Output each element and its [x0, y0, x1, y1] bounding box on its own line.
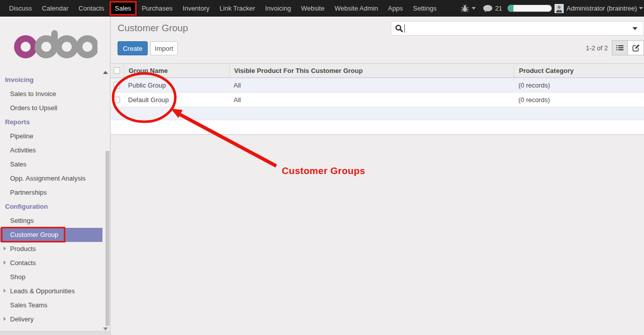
nav-item-invoicing[interactable]: Invoicing [260, 0, 296, 17]
sidebar-item-label: Pipeline [10, 132, 33, 140]
table-cell [514, 120, 644, 134]
table-cell: All [229, 78, 514, 92]
row-checkbox-cell [111, 78, 124, 92]
sidebar-item-label: Delivery [10, 315, 34, 323]
top-navbar: DiscussCalendarContactsSalesPurchasesInv… [0, 0, 644, 17]
col-header-visible-product[interactable]: Visible Product For This Customer Group [229, 64, 514, 77]
table-header-row: Group Name Visible Product For This Cust… [111, 63, 644, 78]
select-all-checkbox[interactable] [114, 67, 120, 74]
planner-progressbar[interactable] [507, 5, 552, 12]
debug-caret-icon[interactable] [472, 7, 476, 10]
create-button[interactable]: Create [118, 41, 148, 55]
sidebar-section-configuration: Configuration [0, 200, 102, 214]
search-icon[interactable] [395, 24, 403, 33]
sidebar-section-reports: Reports [0, 115, 102, 129]
nav-item-calendar[interactable]: Calendar [37, 0, 74, 17]
sidebar-item-label: Contacts [10, 259, 36, 267]
table-cell [124, 120, 229, 134]
col-header-group-name[interactable]: Group Name [124, 64, 229, 77]
sidebar-item-products[interactable]: Products [0, 242, 102, 256]
search-box[interactable] [391, 21, 644, 36]
sidebar-item-label: Customer Group [10, 231, 58, 238]
search-dropdown-caret-icon[interactable] [632, 27, 637, 30]
top-nav-items: DiscussCalendarContactsSalesPurchasesInv… [4, 0, 442, 17]
caret-right-icon[interactable] [4, 289, 6, 293]
table-cell [124, 107, 229, 120]
sidebar-item-leads-opportunities[interactable]: Leads & Opportunities [0, 284, 102, 298]
sidebar-item-shop[interactable]: Shop [0, 270, 102, 284]
group-table-body: Public GroupAll(0 records)Default GroupA… [111, 78, 644, 134]
sidebar-item-label: Sales [10, 160, 27, 168]
table-cell [229, 120, 514, 134]
nav-item-website-admin[interactable]: Website Admin [330, 0, 383, 17]
table-filler-row [111, 107, 644, 120]
table-cell: Default Group [124, 93, 229, 107]
sidebar-menu: InvoicingSales to InvoiceOrders to Upsel… [0, 73, 102, 326]
sidebar-item-orders-to-upsell[interactable]: Orders to Upsell [0, 101, 102, 115]
sidebar-item-label: Sales Teams [10, 301, 47, 309]
nav-item-link-tracker[interactable]: Link Tracker [214, 0, 260, 17]
caret-right-icon[interactable] [4, 246, 6, 250]
nav-item-website[interactable]: Website [296, 0, 330, 17]
sidebar-item-customer-group[interactable]: Customer Group [0, 228, 102, 242]
nav-item-purchases[interactable]: Purchases [137, 0, 177, 17]
bug-icon[interactable] [461, 5, 469, 13]
row-checkbox-cell [111, 120, 124, 134]
table-row[interactable]: Default GroupAll(0 records) [111, 93, 644, 107]
sidebar-item-pipeline[interactable]: Pipeline [0, 129, 102, 143]
odoo-app: DiscussCalendarContactsSalesPurchasesInv… [0, 0, 644, 335]
import-button[interactable]: Import [150, 41, 178, 55]
user-menu[interactable]: Administrator (braintree) [567, 5, 637, 12]
text-cursor [404, 24, 405, 33]
sidebar-scroll-down-icon[interactable] [103, 327, 108, 330]
top-nav-right: 21 Administrator (braintree) [461, 0, 643, 17]
sidebar-hscrollbar[interactable] [0, 331, 110, 335]
sidebar-item-label: Reports [5, 118, 30, 126]
sidebar-item-label: Partnerships [10, 189, 47, 196]
caret-right-icon[interactable] [4, 261, 6, 265]
sidebar-item-activities[interactable]: Activities [0, 143, 102, 157]
sidebar-item-partnerships[interactable]: Partnerships [0, 186, 102, 200]
sidebar-item-delivery[interactable]: Delivery [0, 312, 102, 326]
sidebar-item-settings[interactable]: Settings [0, 214, 102, 228]
sidebar-scrollbar-thumb[interactable] [105, 151, 110, 326]
table-cell [229, 107, 514, 120]
sidebar-section-invoicing: Invoicing [0, 73, 102, 87]
sidebar-scroll-up-icon[interactable] [103, 71, 108, 74]
sidebar-item-sales[interactable]: Sales [0, 157, 102, 172]
sidebar-item-sales-teams[interactable]: Sales Teams [0, 298, 102, 312]
user-avatar[interactable] [555, 4, 564, 13]
sidebar-item-label: Invoicing [5, 76, 34, 83]
nav-item-inventory[interactable]: Inventory [178, 0, 214, 17]
pager-text: 1-2 of 2 [586, 44, 608, 52]
nav-item-sales[interactable]: Sales [110, 1, 137, 16]
nav-item-discuss[interactable]: Discuss [4, 0, 37, 17]
nav-item-contacts[interactable]: Contacts [73, 0, 109, 17]
list-icon [616, 44, 624, 51]
sidebar-item-label: Orders to Upsell [10, 104, 57, 112]
table-cell: (0 records) [514, 78, 644, 92]
sidebar-item-label: Products [10, 245, 36, 253]
edit-icon [632, 44, 640, 52]
caret-right-icon[interactable] [4, 317, 6, 321]
search-input[interactable] [406, 22, 626, 35]
sidebar-item-label: Leads & Opportunities [10, 287, 75, 295]
row-checkbox[interactable] [114, 97, 120, 103]
header-checkbox-cell [111, 64, 124, 77]
row-checkbox[interactable] [114, 82, 120, 89]
sidebar-item-contacts[interactable]: Contacts [0, 256, 102, 270]
nav-item-apps[interactable]: Apps [383, 0, 408, 17]
sidebar-item-label: Settings [10, 217, 34, 224]
table-cell [514, 107, 644, 120]
sidebar-item-label: Shop [10, 273, 25, 281]
user-caret-icon[interactable] [639, 7, 643, 10]
list-view-button[interactable] [612, 40, 628, 55]
col-header-product-category[interactable]: Product Category [514, 64, 644, 77]
table-row[interactable]: Public GroupAll(0 records) [111, 78, 644, 93]
form-view-button[interactable] [628, 40, 644, 55]
sidebar-item-opp-assignment-analysis[interactable]: Opp. Assignment Analysis [0, 172, 102, 186]
odoo-logo[interactable] [14, 29, 97, 58]
sidebar-item-sales-to-invoice[interactable]: Sales to Invoice [0, 87, 102, 101]
messages-icon[interactable] [483, 5, 493, 13]
nav-item-settings[interactable]: Settings [408, 0, 442, 17]
